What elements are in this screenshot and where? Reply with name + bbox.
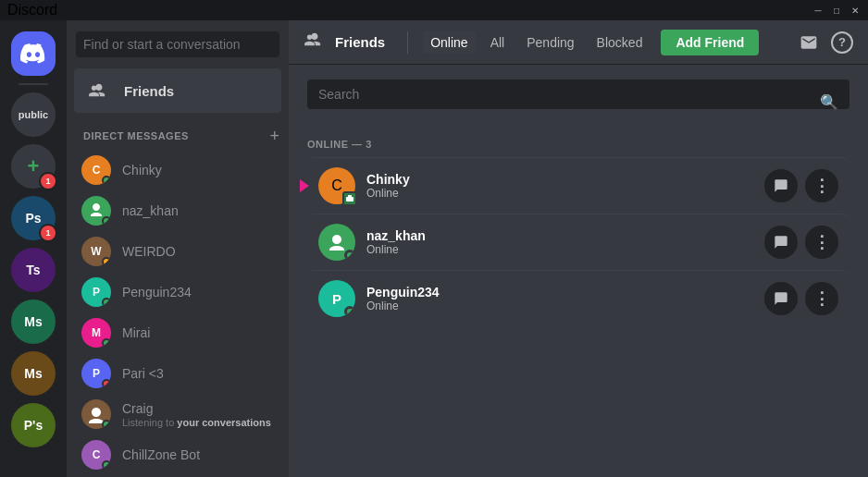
friends-nav-icon bbox=[83, 76, 113, 105]
friend-info-naz-khan: naz_khan Online bbox=[366, 228, 764, 256]
add-server-icon: + bbox=[28, 154, 40, 178]
friend-row-penguin234[interactable]: P Penguin234 Online ⋮ bbox=[307, 270, 849, 326]
friend-row-naz-khan[interactable]: naz_khan Online ⋮ bbox=[307, 214, 849, 270]
dm-item-mirai[interactable]: M Mirai bbox=[74, 312, 281, 353]
dm-avatar-weirdo: W bbox=[81, 237, 111, 266]
friend-avatar-penguin234: P bbox=[318, 280, 355, 317]
friends-nav-item[interactable]: Friends bbox=[74, 68, 281, 113]
server-label-public: public bbox=[19, 109, 48, 120]
friend-row-chinky[interactable]: C Chinky Online bbox=[307, 157, 849, 214]
server-icon-ps2[interactable]: P's bbox=[11, 403, 56, 447]
online-header: ONLINE — 3 bbox=[307, 139, 849, 150]
server-icon-home[interactable] bbox=[11, 31, 56, 76]
dm-item-penguin234[interactable]: P Penguin234 bbox=[74, 272, 281, 312]
maximize-button[interactable]: □ bbox=[831, 5, 842, 16]
server-icon-ms2[interactable]: Ms bbox=[11, 351, 56, 396]
dm-avatar-chinky: C bbox=[81, 155, 111, 185]
status-dot-penguin234 bbox=[102, 298, 111, 307]
server-label-ts: Ts bbox=[26, 263, 40, 277]
dm-avatar-mirai: M bbox=[81, 318, 111, 348]
friends-search-wrapper: 🔍 bbox=[307, 80, 849, 124]
status-dot-weirdo bbox=[102, 257, 111, 266]
friend-status-chinky: Online bbox=[366, 187, 764, 200]
status-dot-chinky bbox=[102, 176, 111, 185]
status-dot-naz-khan bbox=[102, 216, 111, 226]
help-icon[interactable]: ? bbox=[831, 31, 853, 54]
tab-blocked[interactable]: Blocked bbox=[589, 31, 651, 54]
titlebar-title: Discord bbox=[7, 2, 57, 18]
server-divider bbox=[19, 83, 48, 85]
friends-title: Friends bbox=[335, 34, 385, 50]
friend-name-penguin234: Penguin234 bbox=[366, 285, 764, 300]
message-button-chinky[interactable] bbox=[764, 169, 798, 202]
tab-online[interactable]: Online bbox=[423, 31, 475, 54]
dm-avatar-naz-khan bbox=[81, 196, 111, 226]
dm-name-craig: Craig bbox=[122, 401, 271, 416]
more-button-chinky[interactable]: ⋮ bbox=[805, 169, 838, 202]
app: public + Ps Ts Ms Ms P's bbox=[0, 20, 868, 477]
dm-item-pari3[interactable]: P Pari <3 bbox=[74, 353, 281, 394]
friends-nav-icon-top bbox=[304, 31, 324, 53]
dm-item-chinky[interactable]: C Chinky bbox=[74, 150, 281, 190]
nav-divider bbox=[407, 31, 408, 54]
dm-sidebar: Friends DIRECT MESSAGES + C Chinky bbox=[67, 20, 289, 477]
status-dot-craig bbox=[102, 420, 111, 429]
dm-item-naz-khan[interactable]: naz_khan bbox=[74, 190, 281, 231]
server-label-ps2: P's bbox=[24, 418, 43, 433]
status-dot-pari3 bbox=[102, 379, 111, 388]
friends-search-input[interactable] bbox=[307, 80, 849, 109]
close-button[interactable]: ✕ bbox=[849, 5, 861, 16]
server-sidebar: public + Ps Ts Ms Ms P's bbox=[0, 20, 67, 477]
friend-status-dot-penguin234 bbox=[344, 306, 355, 317]
conversation-search-input[interactable] bbox=[76, 31, 279, 57]
message-button-naz-khan[interactable] bbox=[764, 226, 798, 259]
arrow-indicator bbox=[300, 179, 309, 192]
friend-actions-naz-khan: ⋮ bbox=[764, 226, 838, 259]
server-icon-ts[interactable]: Ts bbox=[11, 248, 56, 292]
server-icon-public[interactable]: public bbox=[11, 92, 56, 137]
tab-all[interactable]: All bbox=[483, 31, 513, 54]
more-button-naz-khan[interactable]: ⋮ bbox=[805, 226, 838, 259]
search-bar bbox=[67, 20, 289, 68]
add-friend-button[interactable]: Add Friend bbox=[661, 30, 759, 55]
dm-list: C Chinky naz_khan W WEIRDO bbox=[67, 148, 289, 477]
main-content: Friends Online All Pending Blocked Add F… bbox=[289, 20, 868, 477]
dm-item-weirdo[interactable]: W WEIRDO bbox=[74, 231, 281, 272]
dm-item-craig[interactable]: Craig Listening to your conversations bbox=[74, 394, 281, 434]
message-button-penguin234[interactable] bbox=[764, 282, 798, 315]
friend-name-chinky: Chinky bbox=[366, 172, 764, 187]
dm-avatar-chillzone: C bbox=[81, 440, 111, 470]
game-badge-chinky bbox=[342, 191, 357, 206]
inbox-icon[interactable] bbox=[794, 28, 824, 57]
minimize-button[interactable]: ─ bbox=[812, 5, 824, 16]
dm-name-pari3: Pari <3 bbox=[122, 366, 164, 381]
dm-name-weirdo: WEIRDO bbox=[122, 244, 176, 259]
dm-avatar-pari3: P bbox=[81, 359, 111, 388]
dm-info-craig: Craig Listening to your conversations bbox=[122, 401, 271, 428]
server-icon-ms1[interactable]: Ms bbox=[11, 300, 56, 344]
friend-actions-penguin234: ⋮ bbox=[764, 282, 838, 315]
dm-name-chillzone: ChillZone Bot bbox=[122, 447, 200, 462]
dm-item-chillzone[interactable]: C ChillZone Bot bbox=[74, 434, 281, 475]
more-button-penguin234[interactable]: ⋮ bbox=[805, 282, 838, 315]
tab-pending[interactable]: Pending bbox=[519, 31, 581, 54]
friends-content: 🔍 ONLINE — 3 C bbox=[289, 65, 868, 477]
friend-info-penguin234: Penguin234 Online bbox=[366, 285, 764, 312]
dm-avatar-craig bbox=[81, 399, 111, 429]
dm-name-mirai: Mirai bbox=[122, 325, 150, 340]
dm-sub-craig: Listening to your conversations bbox=[122, 417, 271, 428]
server-icon-add[interactable]: + bbox=[11, 144, 56, 189]
friend-status-dot-naz-khan bbox=[344, 250, 355, 261]
server-icon-ps[interactable]: Ps bbox=[11, 196, 56, 240]
dm-section-title: DIRECT MESSAGES bbox=[83, 130, 189, 141]
status-dot-chillzone bbox=[102, 460, 111, 470]
titlebar-controls: ─ □ ✕ bbox=[812, 5, 861, 16]
friend-avatar-naz-khan bbox=[318, 224, 355, 261]
friend-status-naz-khan: Online bbox=[366, 243, 764, 256]
dm-name-chinky: Chinky bbox=[122, 163, 162, 177]
dm-avatar-penguin234: P bbox=[81, 277, 111, 307]
svg-rect-3 bbox=[348, 195, 352, 198]
friends-nav-label: Friends bbox=[124, 83, 174, 99]
dm-add-button[interactable]: + bbox=[269, 128, 279, 144]
friend-actions-chinky: ⋮ bbox=[764, 169, 838, 202]
